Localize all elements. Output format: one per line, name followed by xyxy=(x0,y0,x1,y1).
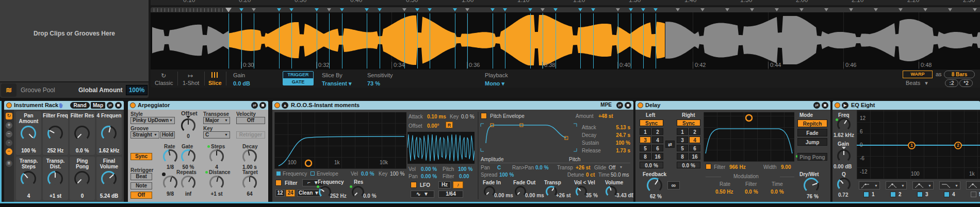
lfo-sync-note-button[interactable]: ♪ xyxy=(453,181,463,188)
delay-left-time-1[interactable]: 1 xyxy=(640,128,651,135)
fade-out-value[interactable]: 0.00 ms xyxy=(525,193,544,198)
warp-length-value[interactable]: 8 Bars xyxy=(944,71,975,78)
band4-shape-selector[interactable]: ▼ xyxy=(939,181,960,189)
device-activator-led[interactable] xyxy=(835,102,840,108)
freeze-infinite-button[interactable]: ∞ xyxy=(667,181,680,189)
save-preset-icon[interactable] xyxy=(259,102,266,109)
lfo-filter-value[interactable]: 0.00 xyxy=(459,174,469,179)
delay-right-sync-button[interactable]: Sync xyxy=(677,119,700,126)
delay-left-time-3[interactable]: 3 xyxy=(640,136,651,143)
gate-knob[interactable] xyxy=(181,149,195,164)
eq-node-2[interactable]: 2 xyxy=(954,142,962,149)
transp-value[interactable]: +26 st xyxy=(576,165,591,170)
beat-time-ruler[interactable]: 0:100:200:300:400:501:001:101:201:301:40… xyxy=(151,0,980,5)
delay-width-value[interactable]: 9.00 xyxy=(781,164,791,170)
delay-filter-display[interactable] xyxy=(704,112,794,162)
offset-value[interactable]: 0 xyxy=(180,133,197,139)
retrigger-beat-button[interactable]: Beat xyxy=(130,173,152,180)
hot-swap-icon[interactable]: ⇄ xyxy=(813,102,820,109)
glide-value[interactable]: Off xyxy=(609,165,615,170)
device-activator-led[interactable] xyxy=(638,102,643,108)
filter-frequency-knob[interactable] xyxy=(319,186,331,198)
classic-mode-button[interactable]: Classic xyxy=(155,80,173,86)
one-shot-mode-button[interactable]: 1-Shot xyxy=(183,80,199,86)
key-selector[interactable]: C▼ xyxy=(203,131,230,139)
playback-selector[interactable]: Mono ▾ xyxy=(485,80,504,87)
sync-button[interactable]: Sync xyxy=(130,153,152,160)
band2-shape-selector[interactable]: ▼ xyxy=(886,181,907,189)
macro-value[interactable]: 252 Hz xyxy=(43,148,68,153)
macro-value[interactable]: 0 xyxy=(70,193,95,199)
fade-in-value[interactable]: 0.00 ms xyxy=(494,193,513,198)
add-variation-icon[interactable]: + xyxy=(6,122,12,129)
delay-right-time-4[interactable]: 4 xyxy=(689,136,700,143)
delay-left-time-16[interactable]: 16 xyxy=(652,153,663,160)
eq-eight-header[interactable]: ▶ EQ Eight xyxy=(832,101,980,110)
lfo-vol-value[interactable]: 0.00 % xyxy=(421,166,437,172)
lfo-pan-value[interactable]: 0.00 % xyxy=(421,174,437,179)
lfo-attack-value[interactable]: 0.10 ms xyxy=(427,114,446,119)
delay-right-time-2[interactable]: 2 xyxy=(689,128,700,135)
lfo-toggle[interactable] xyxy=(411,182,417,188)
target-value[interactable]: 64 xyxy=(241,191,258,197)
delay-left-time-5[interactable]: 5 xyxy=(640,145,651,151)
time-value[interactable]: 50.0 ms xyxy=(611,172,629,178)
groove-drop-zone[interactable]: Drop Clips or Grooves Here xyxy=(0,0,149,81)
macro-value[interactable]: 4 xyxy=(16,193,41,199)
steps-knob[interactable] xyxy=(209,149,224,164)
device-activator-led[interactable] xyxy=(130,102,136,108)
macro-knob[interactable] xyxy=(74,171,90,186)
retrigger-interval-value[interactable]: 9/8 xyxy=(162,191,178,197)
map-button[interactable]: Map xyxy=(91,102,105,109)
macro-variations-icon[interactable]: ↻ xyxy=(6,113,12,119)
warp-marker-strip[interactable] xyxy=(151,7,980,12)
transp-knob[interactable] xyxy=(546,186,557,197)
slice-by-selector[interactable]: Transient ▾ xyxy=(322,80,351,87)
mod-time-value[interactable]: 0.0 % xyxy=(771,189,784,195)
hot-swap-icon[interactable]: ⇄ xyxy=(107,102,113,109)
ping-pong-button[interactable]: Ping Pong xyxy=(797,153,827,161)
pe-sustain-value[interactable]: 100 % xyxy=(581,140,630,146)
volume-value[interactable]: -3.43 dB xyxy=(615,193,633,198)
style-selector[interactable]: Pinky UpDown▼ xyxy=(130,117,175,124)
eq-freq-knob[interactable] xyxy=(837,118,851,131)
save-preset-icon[interactable] xyxy=(115,102,122,109)
feedback-knob[interactable] xyxy=(647,178,662,193)
audition-icon[interactable]: ▶ xyxy=(842,102,848,109)
band1-toggle[interactable] xyxy=(863,192,869,197)
vol-vel-value[interactable]: 35 % xyxy=(586,193,598,198)
pitch-envelope-display[interactable] xyxy=(480,123,581,156)
mode-jump-button[interactable]: Jump xyxy=(797,138,827,146)
filter-res-knob[interactable] xyxy=(352,186,364,198)
hot-swap-icon[interactable]: ⇄ xyxy=(251,102,258,109)
ranpan-value[interactable]: 0.0 % xyxy=(535,165,549,170)
delay-filter-freq[interactable]: 966 Hz xyxy=(729,164,746,170)
arpeggiator-header[interactable]: Arpeggiator ⇄ xyxy=(128,101,268,110)
eq-gain-value[interactable]: 0.00 dB xyxy=(834,164,852,169)
delay-right-time-1[interactable]: 1 xyxy=(677,128,688,135)
macro-value[interactable]: 100 % xyxy=(16,148,41,153)
retrigger-interval-knob[interactable] xyxy=(163,176,177,190)
distance-knob[interactable] xyxy=(209,176,224,190)
band3-toggle[interactable] xyxy=(917,192,923,197)
eq-freq-value[interactable]: 1.62 kHz xyxy=(834,132,854,138)
delay-left-offset-value[interactable]: 0.0 % xyxy=(640,162,663,168)
mode-fade-button[interactable]: Fade xyxy=(797,129,827,136)
decay-knob[interactable] xyxy=(242,149,257,164)
eq-graph[interactable]: 12 6 0 -6 -12 100 1k 1 2 3 xyxy=(857,110,980,179)
delay-header[interactable]: Delay ⇄ xyxy=(635,101,830,110)
lfo-shape-selector[interactable]: ∿ ▼ xyxy=(411,191,434,198)
sample-waveform[interactable] xyxy=(151,12,980,70)
hot-swap-icon[interactable]: ⇄ xyxy=(616,102,623,109)
offset-knob[interactable] xyxy=(181,118,195,133)
eq-gain-knob[interactable] xyxy=(837,149,851,163)
macro-knob[interactable] xyxy=(21,126,36,141)
repeats-knob[interactable] xyxy=(181,176,195,190)
pe-amount-value[interactable]: +48 st xyxy=(598,113,613,119)
warp-button[interactable]: WARP xyxy=(903,71,933,78)
macro-value[interactable]: 1.62 kHz xyxy=(96,148,122,153)
save-preset-icon[interactable] xyxy=(822,102,828,109)
macro-value[interactable]: 0.0 % xyxy=(70,148,95,153)
transp-knob-value[interactable]: +26 st xyxy=(556,193,571,198)
macro-knob[interactable] xyxy=(101,126,117,141)
